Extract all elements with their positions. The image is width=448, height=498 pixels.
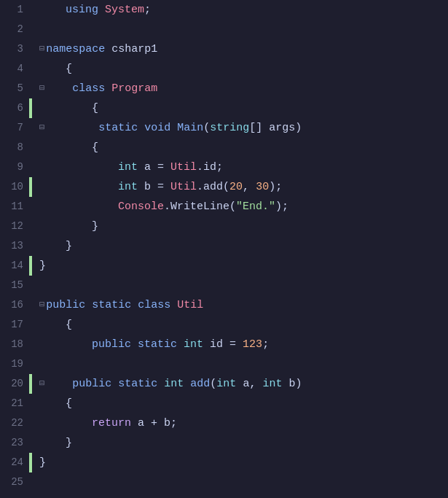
git-indicator bbox=[29, 236, 32, 256]
token-plain: ; bbox=[262, 335, 269, 354]
token-class-name: Util bbox=[170, 177, 197, 197]
token-kw-type: int bbox=[216, 374, 236, 394]
line-number: 12 bbox=[0, 217, 23, 236]
token-namespace-name: csharp1 bbox=[105, 39, 157, 59]
token-plain bbox=[131, 295, 138, 315]
token-plain: ( bbox=[210, 374, 216, 394]
token-kw: static bbox=[92, 295, 131, 315]
git-indicator bbox=[29, 59, 32, 79]
code-line: int a = Util.id; bbox=[39, 157, 448, 177]
token-plain: [] args) bbox=[249, 118, 302, 138]
code-area: using System; ⊟namespace csharp1 {⊟ clas… bbox=[34, 0, 448, 498]
collapse-icon[interactable]: ⊟ bbox=[39, 295, 44, 315]
line-number: 8 bbox=[0, 138, 23, 157]
token-kw-type: int bbox=[184, 335, 203, 354]
token-plain: ); bbox=[269, 177, 282, 197]
code-line: ⊟namespace csharp1 bbox=[39, 39, 448, 59]
line-number: 9 bbox=[0, 157, 23, 177]
token-plain bbox=[39, 335, 92, 354]
token-plain: b) bbox=[282, 374, 302, 394]
token-string: "End." bbox=[236, 197, 275, 217]
line-number: 19 bbox=[0, 354, 23, 374]
token-plain: ( bbox=[203, 118, 210, 138]
git-indicator bbox=[29, 335, 32, 354]
collapse-icon[interactable]: ⊟ bbox=[39, 118, 44, 138]
code-line: ⊟ public static int add(int a, int b) bbox=[39, 374, 448, 394]
code-line: { bbox=[39, 315, 448, 335]
token-plain bbox=[39, 177, 118, 197]
code-line: } bbox=[39, 453, 448, 472]
token-class-name: System bbox=[105, 0, 144, 20]
token-plain bbox=[105, 79, 111, 98]
token-plain bbox=[39, 197, 118, 217]
git-indicator bbox=[29, 374, 32, 394]
code-line bbox=[39, 20, 448, 39]
git-indicator bbox=[29, 453, 32, 472]
token-kw-type: int bbox=[164, 374, 184, 394]
collapse-icon[interactable]: ⊟ bbox=[39, 374, 44, 394]
token-plain: , bbox=[243, 177, 256, 197]
line-number: 25 bbox=[0, 472, 23, 492]
token-plain: { bbox=[39, 138, 98, 157]
code-line: return a + b; bbox=[39, 413, 448, 433]
git-indicator bbox=[29, 433, 32, 453]
code-line bbox=[39, 276, 448, 295]
line-number: 11 bbox=[0, 197, 23, 217]
token-plain: { bbox=[39, 394, 72, 413]
token-method: add bbox=[190, 374, 210, 394]
token-plain: a + b; bbox=[131, 413, 177, 433]
token-method: Main bbox=[177, 118, 203, 138]
token-plain: ; bbox=[144, 0, 151, 20]
git-indicator bbox=[29, 217, 32, 236]
git-indicator bbox=[29, 256, 32, 276]
token-plain: } bbox=[39, 453, 46, 472]
line-number: 5 bbox=[0, 79, 23, 98]
token-plain bbox=[170, 118, 177, 138]
token-plain bbox=[157, 374, 164, 394]
token-plain: } bbox=[39, 236, 72, 256]
code-line: { bbox=[39, 138, 448, 157]
token-kw: public bbox=[92, 335, 131, 354]
code-line: } bbox=[39, 256, 448, 276]
git-indicator bbox=[29, 354, 32, 374]
token-kw-type: string bbox=[210, 118, 249, 138]
collapse-icon[interactable]: ⊟ bbox=[39, 39, 44, 59]
token-class-name: Util bbox=[177, 295, 203, 315]
token-plain: id = bbox=[203, 335, 243, 354]
collapse-icon[interactable]: ⊟ bbox=[39, 79, 44, 98]
token-plain: ); bbox=[275, 197, 288, 217]
line-number: 21 bbox=[0, 394, 23, 413]
token-kw-control: return bbox=[92, 413, 131, 433]
token-plain: { bbox=[39, 59, 72, 79]
code-line: { bbox=[39, 98, 448, 118]
token-plain: } bbox=[39, 256, 46, 276]
token-plain: { bbox=[39, 98, 98, 118]
token-plain bbox=[111, 374, 118, 394]
token-kw: static bbox=[46, 118, 138, 138]
code-line: ⊟ static void Main(string[] args) bbox=[39, 118, 448, 138]
token-kw: class bbox=[46, 79, 105, 98]
git-indicator bbox=[29, 413, 32, 433]
token-plain: .add( bbox=[197, 177, 229, 197]
token-kw: using bbox=[66, 0, 98, 20]
git-indicator bbox=[29, 39, 32, 59]
token-kw-type: int bbox=[118, 157, 138, 177]
token-kw: void bbox=[144, 118, 170, 138]
git-indicator bbox=[29, 472, 32, 492]
token-class-name: Util bbox=[170, 157, 197, 177]
token-plain: { bbox=[39, 315, 72, 335]
code-line: ⊟ class Program bbox=[39, 79, 448, 98]
line-number: 10 bbox=[0, 177, 23, 197]
token-kw: public bbox=[46, 295, 85, 315]
token-plain bbox=[98, 0, 105, 20]
git-indicator bbox=[29, 157, 32, 177]
token-plain: .id; bbox=[197, 157, 223, 177]
token-plain: } bbox=[39, 217, 98, 236]
git-indicator bbox=[29, 315, 32, 335]
token-plain bbox=[39, 413, 92, 433]
code-line: int b = Util.add(20, 30); bbox=[39, 177, 448, 197]
git-indicator bbox=[29, 177, 32, 197]
code-line: } bbox=[39, 217, 448, 236]
token-plain bbox=[138, 118, 144, 138]
token-plain bbox=[39, 157, 118, 177]
